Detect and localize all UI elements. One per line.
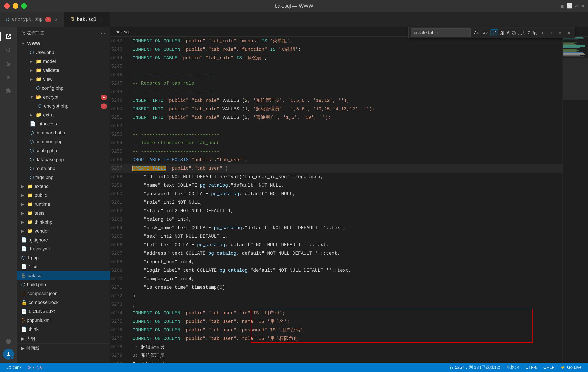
find-next[interactable]: ↓ bbox=[548, 29, 555, 36]
activity-run[interactable] bbox=[2, 71, 15, 84]
find-close[interactable]: ✕ bbox=[566, 29, 572, 36]
tree-item-gitignore[interactable]: 📄 .gitignore bbox=[17, 236, 110, 244]
find-match-case[interactable]: Aa bbox=[473, 29, 480, 36]
line-code: -- Table structure for tab_user bbox=[127, 139, 563, 147]
maximize-button[interactable] bbox=[21, 3, 27, 9]
traffic-lights[interactable] bbox=[4, 3, 27, 9]
tree-item-common-php[interactable]: ⬡ common.php bbox=[17, 137, 110, 146]
tree-item-database-php[interactable]: ⬡ database.php bbox=[17, 155, 110, 164]
sidebar-tree: ▼ WWW ⬡ User.php ▶ 📁 model ▶ 📁 bbox=[17, 39, 110, 363]
tree-label: .htaccess bbox=[37, 121, 57, 127]
activity-source-control[interactable] bbox=[2, 57, 15, 70]
line-code bbox=[127, 121, 563, 130]
tree-label: 1.php bbox=[27, 255, 39, 261]
tab-bak-sql[interactable]: 🗄 bak.sql ✕ bbox=[64, 12, 110, 27]
chevron-right-icon: ▶ bbox=[21, 202, 25, 207]
tree-item-config-php-1[interactable]: ⬡ config.php bbox=[17, 84, 110, 93]
sidebar-more-icon[interactable]: ··· bbox=[101, 31, 105, 36]
layout-icon[interactable]: ⬜ bbox=[567, 3, 572, 9]
tree-item-extra[interactable]: ▶ 📁 extra bbox=[17, 110, 110, 120]
tree-item-htaccess[interactable]: 📄 .htaccess bbox=[17, 120, 110, 128]
tree-item-view[interactable]: ▶ 📁 view bbox=[17, 75, 110, 84]
tree-item-encrypt-php[interactable]: ⬡ encrypt.php 7 bbox=[17, 102, 110, 110]
tree-root-www[interactable]: ▼ WWW bbox=[17, 39, 110, 48]
minimize-button[interactable] bbox=[13, 3, 18, 9]
tree-item-tests[interactable]: ▶ 📁 tests bbox=[17, 209, 110, 218]
panel-icon[interactable]: ▤ bbox=[561, 3, 563, 9]
tree-item-user-php[interactable]: ⬡ User.php bbox=[17, 48, 110, 57]
activity-search[interactable] bbox=[2, 44, 15, 56]
statusbar-line-ending[interactable]: CRLF bbox=[540, 363, 557, 372]
folder-icon: 📁 bbox=[36, 68, 42, 73]
tree-item-vendor[interactable]: ▶ 📁 vendor bbox=[17, 227, 110, 236]
tree-item-composer-lock[interactable]: 🔒 composer.lock bbox=[17, 298, 110, 307]
grid-icon[interactable]: ⊞ bbox=[581, 3, 584, 9]
breadcrumb-file: bak.sql bbox=[116, 29, 130, 34]
tree-item-think[interactable]: 📄 think bbox=[17, 325, 110, 334]
avatar-notification bbox=[10, 356, 14, 360]
tree-item-model[interactable]: ▶ 📁 model bbox=[17, 57, 110, 66]
tree-item-command-php[interactable]: ⬡ command.php bbox=[17, 128, 110, 137]
tree-item-1txt[interactable]: 📄 1.txt bbox=[17, 262, 110, 271]
avatar[interactable]: 1 bbox=[3, 349, 14, 360]
find-list[interactable]: ≡ bbox=[557, 29, 564, 36]
line-number: 5268 bbox=[110, 258, 127, 266]
tree-item-runtime[interactable]: ▶ 📁 runtime bbox=[17, 200, 110, 209]
tree-badge-encrypt: ● bbox=[101, 95, 107, 100]
tree-item-phpunit[interactable]: ⟨⟩ phpunit.xml bbox=[17, 316, 110, 325]
timeline-header[interactable]: ▶ 时间线 bbox=[17, 343, 110, 353]
line-code: 2: 系统管理员 bbox=[127, 351, 563, 360]
tree-item-public[interactable]: ▶ 📁 public bbox=[17, 191, 110, 200]
find-prev[interactable]: ↑ bbox=[539, 29, 546, 36]
live-icon: ⚡ bbox=[560, 365, 566, 370]
statusbar-errors[interactable]: ⊗ 7 △ 0 bbox=[24, 363, 45, 372]
line-code: 1: 超级管理员 bbox=[127, 343, 563, 351]
tree-item-build-php[interactable]: ⬡ build.php bbox=[17, 280, 110, 289]
find-regex[interactable]: .* bbox=[491, 29, 498, 36]
line-number: 5253 bbox=[110, 130, 127, 139]
line-number: 5260 bbox=[110, 190, 127, 198]
folder-icon: 📁 bbox=[27, 228, 33, 234]
tree-item-extend[interactable]: ▶ 📁 extend bbox=[17, 182, 110, 191]
file-generic-icon: 📄 bbox=[21, 327, 27, 332]
activity-remote[interactable] bbox=[2, 335, 15, 348]
tree-item-travis[interactable]: 📄 .travis.yml bbox=[17, 244, 110, 253]
activity-explorer[interactable] bbox=[2, 30, 15, 43]
statusbar-git-branch[interactable]: ⎇ think bbox=[3, 363, 24, 372]
line-code: -- ---------------------------- bbox=[127, 130, 563, 139]
outline-header[interactable]: ▶ 大纲 bbox=[17, 334, 110, 343]
statusbar-spaces[interactable]: 空格: 4 bbox=[503, 363, 522, 372]
tree-item-tags-php[interactable]: ⬡ tags.php bbox=[17, 173, 110, 182]
line-code: COMMENT ON TABLE "public"."tab_role" IS … bbox=[127, 54, 563, 62]
close-button[interactable] bbox=[4, 3, 10, 9]
tree-item-config-php-2[interactable]: ⬡ config.php bbox=[17, 146, 110, 155]
statusbar-encoding[interactable]: UTF-8 bbox=[522, 363, 540, 372]
titlebar-controls[interactable]: ▤ ⬜ ▱ ⊞ bbox=[561, 3, 584, 9]
tree-item-1php[interactable]: ⬡ 1.php bbox=[17, 253, 110, 262]
avatar-label: 1 bbox=[7, 351, 10, 357]
line-code: "password" text COLLATE pg_catalog."defa… bbox=[127, 190, 563, 198]
tab-close-encrypt[interactable]: ✕ bbox=[54, 17, 58, 22]
find-input[interactable] bbox=[411, 29, 471, 37]
line-code: 3: 仓库管理员 bbox=[127, 360, 563, 363]
statusbar-right: 行 5257，列 13 (已选择12) 空格: 4 UTF-8 CRLF ⚡ G… bbox=[447, 363, 585, 372]
tree-label: .gitignore bbox=[29, 237, 48, 243]
activity-extensions[interactable] bbox=[2, 85, 15, 97]
tree-item-encrypt[interactable]: ▼ 📂 encrypt ● bbox=[17, 93, 110, 102]
statusbar-go-live[interactable]: ⚡ Go Live bbox=[557, 363, 585, 372]
line-code: DROP TABLE IF EXISTS "public"."tab_user"… bbox=[127, 156, 563, 164]
tree-item-validate[interactable]: ▶ 📁 validate bbox=[17, 66, 110, 75]
tree-item-route-php[interactable]: ⬡ route.php bbox=[17, 164, 110, 173]
line-number: 5251 bbox=[110, 113, 127, 121]
tree-item-baksql[interactable]: 🗄 bak.sql bbox=[17, 271, 110, 280]
tree-item-thinkphp[interactable]: ▶ 📁 thinkphp bbox=[17, 218, 110, 227]
statusbar-position[interactable]: 行 5257，列 13 (已选择12) bbox=[447, 363, 503, 372]
tree-item-composer-json[interactable]: { } composer.json bbox=[17, 289, 110, 298]
code-editor[interactable]: 5242COMMENT ON COLUMN "public"."tab_role… bbox=[110, 37, 563, 363]
split-icon[interactable]: ▱ bbox=[575, 3, 578, 9]
find-whole-word[interactable]: ab bbox=[482, 29, 489, 36]
tab-encrypt-php[interactable]: ⬡ encrypt.php 7 ✕ bbox=[0, 12, 64, 27]
tree-item-license[interactable]: 📄 LICENSE.txt bbox=[17, 307, 110, 316]
file-php-icon: ⬡ bbox=[30, 148, 34, 153]
tab-close-baksql[interactable]: ✕ bbox=[99, 17, 104, 22]
